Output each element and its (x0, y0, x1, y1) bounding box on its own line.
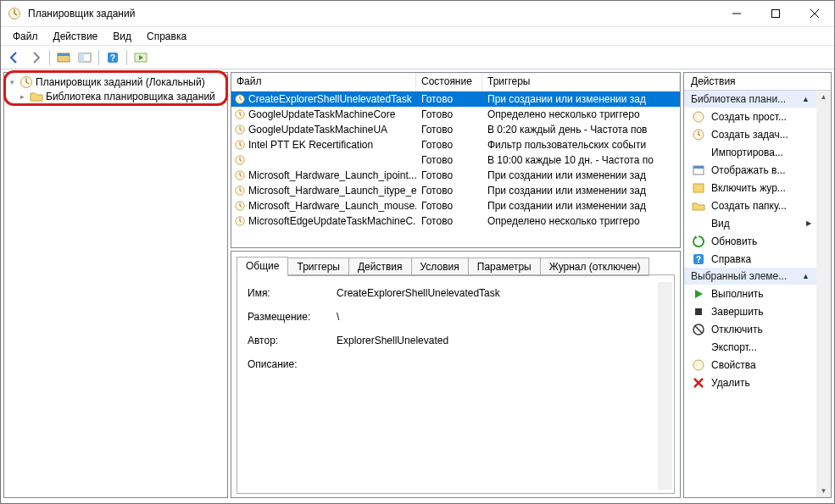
tree-library-label: Библиотека планировщика заданий (46, 91, 215, 102)
action-item[interactable]: Отключить (684, 320, 816, 338)
task-list[interactable]: Файл Состояние Триггеры CreateExplorerSh… (231, 72, 681, 248)
action-icon (692, 235, 705, 248)
action-item[interactable]: ?Справка (684, 250, 816, 268)
table-row[interactable]: Intel PTT EK RecertificationГотовоФильтр… (231, 137, 680, 152)
maximize-button[interactable] (756, 1, 795, 26)
task-file: Microsoft_Hardware_Launch_itype_exe (248, 185, 416, 197)
col-trig[interactable]: Триггеры (482, 73, 680, 91)
forward-button[interactable] (26, 48, 45, 67)
titlebar: Планировщик заданий (1, 1, 834, 27)
toolbar: ? (1, 46, 834, 69)
menu-view[interactable]: Вид (106, 29, 138, 44)
table-row[interactable]: Microsoft_Hardware_Launch_itype_exeГотов… (231, 183, 680, 198)
table-row[interactable]: MicrosoftEdgeUpdateTaskMachineC...Готово… (231, 213, 680, 229)
help-button[interactable]: ? (103, 48, 122, 67)
actions-title: Действия (684, 73, 831, 91)
detail-pane: Общие Триггеры Действия Условия Параметр… (231, 251, 681, 498)
tab-history[interactable]: Журнал (отключен) (540, 258, 650, 276)
toolbar-btn-2[interactable] (75, 48, 94, 67)
task-state: Готово (416, 215, 482, 227)
task-file: Microsoft_Hardware_Launch_ipoint... (248, 169, 416, 181)
scrollbar[interactable] (658, 282, 672, 490)
task-trigger: При создании или изменении зад (482, 185, 680, 197)
action-icon (692, 128, 705, 141)
action-icon (692, 199, 705, 213)
task-state: Готово (416, 139, 482, 151)
table-row[interactable]: GoogleUpdateTaskMachineCoreГотовоОпредел… (231, 107, 680, 122)
task-file: GoogleUpdateTaskMachineCore (248, 108, 395, 120)
run-button[interactable] (131, 48, 150, 67)
tab-triggers[interactable]: Триггеры (287, 258, 349, 276)
action-item[interactable]: Создать папку... (684, 197, 816, 214)
tree-library[interactable]: ▸ Библиотека планировщика заданий (6, 89, 225, 104)
expand-icon[interactable]: ▾ (8, 78, 17, 87)
actions-group-header[interactable]: Выбранный элеме...▲ (684, 268, 816, 285)
tabs: Общие Триггеры Действия Условия Параметр… (237, 257, 675, 275)
menu-help[interactable]: Справка (140, 29, 193, 44)
action-label: Создать прост... (711, 111, 787, 123)
value-author: ExplorerShellUnelevated (337, 335, 448, 346)
action-icon (692, 376, 705, 390)
tree-root[interactable]: ▾ Планировщик заданий (Локальный) (6, 75, 225, 90)
separator (126, 50, 127, 65)
action-label: Включить жур... (711, 182, 786, 194)
table-row[interactable]: Microsoft_Hardware_Launch_ipoint...Готов… (231, 168, 680, 183)
tree-pane[interactable]: ▾ Планировщик заданий (Локальный) ▸ Библ… (3, 72, 228, 498)
action-item[interactable]: Завершить (684, 302, 816, 320)
svg-point-28 (693, 360, 704, 370)
tab-settings[interactable]: Параметры (468, 258, 541, 276)
tab-actions[interactable]: Действия (348, 258, 412, 276)
table-row[interactable]: ГотовоВ 10:00 каждые 10 дн. - Частота по (231, 152, 680, 168)
clock-icon (234, 185, 246, 197)
table-row[interactable]: Microsoft_Hardware_Launch_mouse...Готово… (231, 198, 680, 213)
actions-group-header[interactable]: Библиотека плани...▲ (684, 91, 816, 108)
minimize-button[interactable] (717, 1, 756, 26)
scrollbar[interactable]: ▲▼ (816, 91, 831, 497)
task-state: Готово (416, 185, 482, 197)
center-pane: Файл Состояние Триггеры CreateExplorerSh… (231, 72, 681, 498)
svg-rect-22 (693, 166, 704, 169)
back-button[interactable] (5, 48, 24, 67)
action-item[interactable]: Создать прост... (684, 108, 816, 125)
action-item[interactable]: Выполнить (684, 285, 816, 302)
action-item[interactable]: Создать задач... (684, 125, 816, 143)
menu-file[interactable]: Файл (6, 29, 45, 44)
separator (49, 50, 50, 65)
tab-general[interactable]: Общие (237, 257, 288, 275)
table-row[interactable]: CreateExplorerShellUnelevatedTaskГотовоП… (231, 91, 680, 107)
action-item[interactable]: Импортирова... (684, 143, 816, 161)
col-file[interactable]: Файл (231, 73, 416, 91)
clock-icon (234, 154, 246, 166)
folder-icon (30, 90, 43, 103)
action-label: Создать папку... (711, 200, 787, 212)
chevron-up-icon: ▲ (802, 95, 810, 103)
svg-rect-26 (695, 308, 702, 315)
list-body: CreateExplorerShellUnelevatedTaskГотовоП… (231, 91, 680, 247)
action-item[interactable]: Отображать в... (684, 161, 816, 179)
action-item[interactable]: Удалить (684, 374, 816, 391)
task-state: Готово (416, 108, 482, 120)
action-item[interactable]: Свойства (684, 356, 816, 374)
menu-action[interactable]: Действие (47, 29, 105, 44)
task-file: GoogleUpdateTaskMachineUA (248, 124, 387, 136)
chevron-right-icon: ▶ (806, 219, 811, 227)
action-item[interactable]: Вид▶ (684, 214, 816, 232)
col-state[interactable]: Состояние (416, 73, 482, 91)
close-button[interactable] (795, 1, 834, 26)
action-icon (692, 323, 705, 336)
tree-root-label: Планировщик заданий (Локальный) (36, 76, 205, 88)
task-trigger: Определено несколько триггеро (482, 108, 680, 120)
expand-icon[interactable]: ▸ (18, 92, 27, 102)
action-item[interactable]: Обновить (684, 232, 816, 250)
value-location: \ (337, 311, 339, 323)
tab-conditions[interactable]: Условия (411, 258, 469, 276)
toolbar-btn-1[interactable] (54, 48, 73, 67)
table-row[interactable]: GoogleUpdateTaskMachineUAГотовоВ 0:20 ка… (231, 122, 680, 137)
action-item[interactable]: Экспорт... (684, 338, 816, 356)
task-file: CreateExplorerShellUnelevatedTask (248, 93, 412, 105)
separator (98, 50, 99, 65)
action-icon (692, 217, 705, 230)
action-icon (692, 110, 705, 124)
action-item[interactable]: Включить жур... (684, 179, 816, 197)
tab-body: Имя:CreateExplorerShellUnelevatedTask Ра… (237, 274, 675, 494)
